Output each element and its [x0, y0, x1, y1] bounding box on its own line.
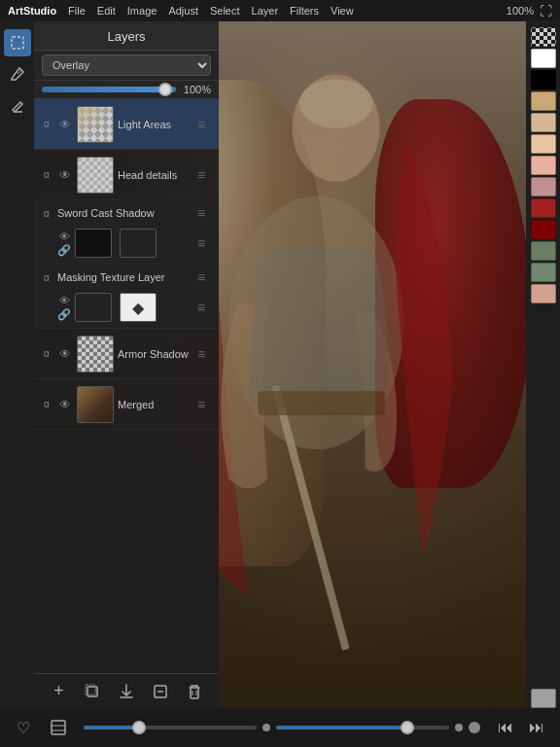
- layer-name-3: Sword Cast Shadow: [57, 207, 193, 219]
- layer-name-5: Armor Shadow: [118, 348, 193, 360]
- layers-title: Layers: [34, 21, 219, 51]
- heart-button[interactable]: ♡: [10, 714, 37, 741]
- svg-rect-4: [258, 391, 384, 415]
- layer-menu-1[interactable]: ≡: [197, 118, 213, 131]
- sub-link-icon-3[interactable]: 🔗: [57, 244, 71, 257]
- layer-thumb-6: [77, 386, 114, 423]
- delete-layer-button[interactable]: [181, 678, 208, 705]
- layers-button[interactable]: [45, 714, 72, 741]
- stamp-layer-button[interactable]: [147, 678, 174, 705]
- duplicate-icon: [84, 683, 101, 700]
- menu-bar: ArtStudio File Edit Image Adjust Select …: [0, 0, 560, 21]
- bottom-slider-area: [80, 722, 484, 733]
- layer-vis-5[interactable]: 👁: [57, 346, 73, 362]
- app-title[interactable]: ArtStudio: [8, 5, 56, 17]
- skip-forward-button[interactable]: ⏭: [523, 714, 550, 741]
- layer-alpha-6: α: [40, 399, 53, 409]
- layer-vis-2[interactable]: 👁: [57, 167, 73, 183]
- blend-mode-select[interactable]: Overlay Normal Multiply Screen: [42, 54, 211, 76]
- layer-sub-thumb-3b: [120, 229, 157, 258]
- layer-head-details[interactable]: α 👁 Head details ≡: [34, 150, 219, 200]
- opacity-value: 100%: [182, 84, 211, 95]
- maroon-swatch[interactable]: [531, 220, 556, 239]
- skin-light-swatch[interactable]: [531, 91, 556, 111]
- layer-vis-1[interactable]: 👁: [57, 117, 73, 132]
- sub-vis-icon-3[interactable]: 👁: [59, 231, 70, 242]
- brush-tool[interactable]: [4, 60, 31, 88]
- menu-adjust[interactable]: Adjust: [168, 5, 198, 17]
- layer-merged[interactable]: α 👁 Merged ≡: [34, 379, 219, 430]
- eraser-tool[interactable]: [4, 91, 31, 119]
- black-swatch[interactable]: [531, 70, 556, 89]
- fullscreen-icon[interactable]: ⛶: [540, 4, 552, 18]
- brush-size-fill: [84, 726, 135, 729]
- skin-medium-swatch[interactable]: [531, 113, 556, 132]
- add-icon: +: [53, 681, 64, 701]
- blend-mode-row: Overlay Normal Multiply Screen: [34, 51, 219, 81]
- layer-sub-menu-3[interactable]: ≡: [197, 236, 213, 250]
- layer-vis-6[interactable]: 👁: [57, 397, 73, 412]
- eraser-icon: [10, 97, 25, 113]
- selection-icon: [10, 35, 25, 51]
- skin-warm-swatch[interactable]: [531, 134, 556, 154]
- layers-list: α 👁 Light Areas ≡ α 👁 Head details ≡ α S…: [34, 99, 219, 673]
- layer-alpha-1: α: [40, 119, 53, 129]
- layer-name-4: Masking Texture Layer: [57, 271, 193, 283]
- gray-swatch[interactable]: [531, 689, 556, 708]
- sage-swatch[interactable]: [531, 263, 556, 282]
- layer-menu-2[interactable]: ≡: [197, 168, 213, 182]
- sub-icons-4: 👁 🔗: [57, 295, 71, 321]
- dark-red-swatch[interactable]: [531, 198, 556, 218]
- brush-icon: [10, 66, 25, 82]
- duplicate-layer-button[interactable]: [79, 678, 106, 705]
- dusty-rose-swatch[interactable]: [531, 177, 556, 196]
- sub-icons-3: 👁 🔗: [57, 231, 71, 257]
- layer-name-1: Light Areas: [118, 119, 193, 130]
- heart-icon: ♡: [17, 719, 30, 737]
- menu-edit[interactable]: Edit: [97, 5, 116, 17]
- menu-select[interactable]: Select: [210, 5, 240, 17]
- add-layer-button[interactable]: +: [45, 678, 72, 705]
- pink-skin-swatch[interactable]: [531, 156, 556, 175]
- layer-menu-5[interactable]: ≡: [197, 347, 213, 361]
- skip-forward-icon: ⏭: [529, 719, 544, 736]
- brush-size-slider[interactable]: [84, 726, 257, 729]
- transparent-swatch[interactable]: [531, 27, 556, 47]
- layer-menu-3[interactable]: ≡: [197, 206, 213, 220]
- layer-masking-texture[interactable]: α Masking Texture Layer ≡ 👁 🔗 ◆ ≡: [34, 265, 219, 329]
- layer-sub-menu-4[interactable]: ≡: [197, 301, 213, 314]
- menu-layer[interactable]: Layer: [252, 5, 279, 17]
- layer-thumb-1: [77, 106, 114, 143]
- layers-bottom: +: [34, 673, 219, 708]
- layer-alpha-3: α: [40, 208, 53, 219]
- menu-view[interactable]: View: [331, 5, 354, 17]
- dot-indicator: [262, 724, 270, 731]
- menu-image[interactable]: Image: [127, 5, 158, 17]
- white-swatch[interactable]: [531, 49, 556, 68]
- layer-menu-4[interactable]: ≡: [197, 270, 213, 284]
- layer-alpha-4: α: [40, 272, 53, 283]
- layer-name-6: Merged: [118, 399, 193, 410]
- svg-rect-5: [12, 37, 23, 49]
- opacity-slider-bottom[interactable]: [276, 726, 449, 729]
- layer-armor-shadow[interactable]: α 👁 Armor Shadow ≡: [34, 329, 219, 379]
- menu-file[interactable]: File: [68, 5, 86, 17]
- olive-green-swatch[interactable]: [531, 241, 556, 261]
- menu-filters[interactable]: Filters: [290, 5, 319, 17]
- download-layer-button[interactable]: [113, 678, 140, 705]
- layers-icon: [49, 718, 68, 737]
- zoom-level: 100%: [507, 5, 534, 17]
- opacity-row: 100%: [34, 81, 219, 99]
- skip-back-button[interactable]: ⏮: [492, 714, 519, 741]
- opacity-thumb: [158, 83, 172, 96]
- layer-menu-6[interactable]: ≡: [197, 398, 213, 411]
- layer-sword-shadow[interactable]: α Sword Cast Shadow ≡ 👁 🔗 ≡: [34, 200, 219, 265]
- sub-link-icon-4[interactable]: 🔗: [57, 308, 71, 321]
- layer-sub-thumb-3a: [75, 229, 112, 258]
- sub-vis-icon-4[interactable]: 👁: [59, 295, 70, 306]
- layer-light-areas[interactable]: α 👁 Light Areas ≡: [34, 99, 219, 150]
- svg-point-2: [299, 79, 373, 127]
- opacity-slider[interactable]: [42, 87, 176, 92]
- selection-tool[interactable]: [4, 29, 31, 56]
- salmon-swatch[interactable]: [531, 284, 556, 303]
